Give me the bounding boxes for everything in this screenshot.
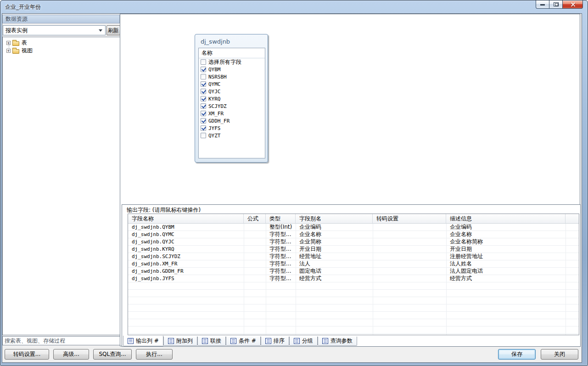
table-row[interactable]: dj_swdjnb.KYRQ 字符型... 开业日期 开业日期 [128, 246, 579, 253]
title-bar[interactable]: 企业_开业年份 [0, 0, 588, 13]
column-header[interactable]: 字段别名 [296, 214, 373, 223]
cell-type: 字符型... [266, 231, 296, 238]
checkbox[interactable] [201, 74, 206, 79]
tab[interactable]: 查询参数 [318, 337, 357, 346]
field-checkbox-item[interactable]: GDDH_FR [199, 117, 265, 124]
close-button[interactable] [562, 0, 583, 9]
table-field-panel: dj_swdjnb 名称 选择所有字段 QYBM [195, 34, 268, 163]
table-row[interactable]: dj_swdjnb.QYJC 字符型... 企业简称 企业名称简称 [128, 238, 579, 246]
field-label: XM_FR [208, 111, 224, 117]
cell-description: 法人固定电话 [446, 268, 566, 275]
column-header[interactable]: 类型 [266, 214, 296, 223]
tree-item-label: 表 [22, 39, 27, 47]
minimize-button[interactable] [536, 0, 549, 9]
column-header[interactable]: 转码设置 [373, 214, 446, 223]
table-row[interactable]: dj_swdjnb.QYBM 整型(Int) 企业编码 企业编码 [128, 224, 579, 231]
cell-formula [244, 275, 266, 282]
checkbox[interactable] [201, 125, 206, 131]
footer-bar: 转码设置... 高级... SQL查询... 执行... 保存 关闭 [2, 349, 582, 360]
tab[interactable]: 排序 [261, 337, 289, 346]
field-list: 名称 选择所有字段 QYBM [198, 48, 265, 158]
column-header[interactable]: 字段名称 [128, 214, 244, 223]
tab-label: 分组 [302, 337, 313, 345]
field-list-items: 选择所有字段 QYBM NSRSBH [199, 58, 265, 139]
datasource-combobox[interactable]: 报表实例 [3, 25, 106, 35]
field-checkbox-item[interactable]: 选择所有字段 [199, 58, 265, 66]
field-list-header: 名称 [199, 48, 265, 58]
checkbox[interactable] [201, 67, 206, 72]
list-icon [202, 338, 208, 344]
list-icon [230, 338, 236, 344]
tab[interactable]: 分组 [289, 337, 318, 346]
footer-button[interactable]: SQL查询... [93, 349, 132, 360]
table-row[interactable]: dj_swdjnb.XM_FR 字符型... 法人 法人姓名 [128, 260, 579, 268]
cell-field-name: dj_swdjnb.KYRQ [128, 246, 244, 253]
field-label: SCJYDZ [208, 103, 227, 109]
field-checkbox-item[interactable]: SCJYDZ [199, 102, 265, 110]
footer-button[interactable]: 转码设置... [5, 349, 49, 360]
checkbox[interactable] [201, 133, 206, 138]
tab[interactable]: 联接 [197, 337, 226, 346]
table-row[interactable]: dj_swdjnb.JYFS 字符型... 经营方式 经营方式 [128, 275, 579, 282]
footer-button[interactable]: 执行... [136, 349, 173, 360]
table-body: dj_swdjnb.QYBM 整型(Int) 企业编码 企业编码 dj_swdj… [128, 224, 579, 335]
field-checkbox-item[interactable]: QYJC [199, 88, 265, 95]
cell-description: 开业日期 [446, 246, 566, 253]
cell-type: 字符型... [266, 238, 296, 246]
checkbox[interactable] [201, 81, 206, 87]
combobox-value: 报表实例 [6, 27, 28, 34]
bottom-tab-bar: 输出列 # 附加列 联接 [123, 336, 357, 346]
table-rows: dj_swdjnb.QYBM 整型(Int) 企业编码 企业编码 dj_swdj… [128, 224, 579, 282]
tab[interactable]: 附加列 [163, 337, 197, 346]
tree-item[interactable]: + 表 [3, 39, 120, 47]
table-row[interactable]: dj_swdjnb.SCJYDZ 字符型... 经营地址 注册经营地址 [128, 253, 579, 260]
cell-transcode [373, 275, 446, 282]
field-checkbox-item[interactable]: JYFS [199, 124, 265, 132]
field-checkbox-item[interactable]: NSRSBH [199, 73, 265, 80]
close-dialog-button[interactable]: 关闭 [541, 349, 578, 360]
field-label: QYZT [208, 133, 221, 139]
maximize-button[interactable] [549, 0, 562, 9]
column-header[interactable]: 公式 [244, 214, 266, 223]
tree-item[interactable]: + 视图 [3, 47, 120, 55]
column-header[interactable]: 描述信息 [446, 214, 566, 223]
checkbox[interactable] [201, 103, 206, 109]
cell-formula [244, 268, 266, 275]
cell-transcode [373, 260, 446, 268]
table-header-row: 字段名称 公式 类型 字段别名 转码设置 描述信息 [128, 214, 579, 224]
checkbox[interactable] [201, 118, 206, 124]
tab-label: 附加列 [176, 337, 193, 345]
table-field-panel-title[interactable]: dj_swdjnb [201, 38, 230, 45]
tab[interactable]: 条件 # [226, 337, 261, 346]
cell-field-name: dj_swdjnb.SCJYDZ [128, 253, 244, 260]
field-checkbox-item[interactable]: QYBM [199, 66, 265, 73]
checkbox[interactable] [201, 59, 206, 65]
checkbox[interactable] [201, 89, 206, 94]
footer-button[interactable]: 高级... [53, 349, 89, 360]
field-checkbox-item[interactable]: QYMC [199, 80, 265, 88]
cell-alias: 企业编码 [296, 224, 373, 231]
field-checkbox-item[interactable]: XM_FR [199, 110, 265, 117]
cell-type: 字符型... [266, 275, 296, 282]
cell-formula [244, 246, 266, 253]
cell-field-name: dj_swdjnb.QYBM [128, 224, 244, 231]
field-checkbox-item[interactable]: KYRQ [199, 95, 265, 102]
minimize-icon [540, 4, 545, 6]
field-label: QYMC [208, 81, 221, 87]
save-button[interactable]: 保存 [498, 349, 536, 360]
tab[interactable]: 输出列 # [123, 336, 163, 346]
refresh-button[interactable]: 刷新 [106, 25, 120, 35]
table-row[interactable]: dj_swdjnb.GDDH_FR 字符型... 固定电话 法人固定电话 [128, 268, 579, 275]
field-checkbox-item[interactable]: QYZT [199, 132, 265, 139]
checkbox[interactable] [201, 111, 206, 116]
cell-alias: 经营地址 [296, 253, 373, 260]
table-row[interactable]: dj_swdjnb.QYMC 字符型... 企业名称 企业名称 [128, 231, 579, 238]
output-fields-panel: 输出字段: (请用鼠标右键操作) 字段名称 公式 类型 字段别名 转码设置 [122, 204, 581, 347]
close-icon [571, 4, 576, 5]
search-input[interactable] [2, 336, 120, 345]
cell-field-name: dj_swdjnb.GDDH_FR [128, 268, 244, 275]
cell-type: 字符型... [266, 260, 296, 268]
checkbox[interactable] [201, 96, 206, 101]
tree-item-label: 视图 [22, 47, 33, 55]
field-label: NSRSBH [208, 74, 227, 80]
